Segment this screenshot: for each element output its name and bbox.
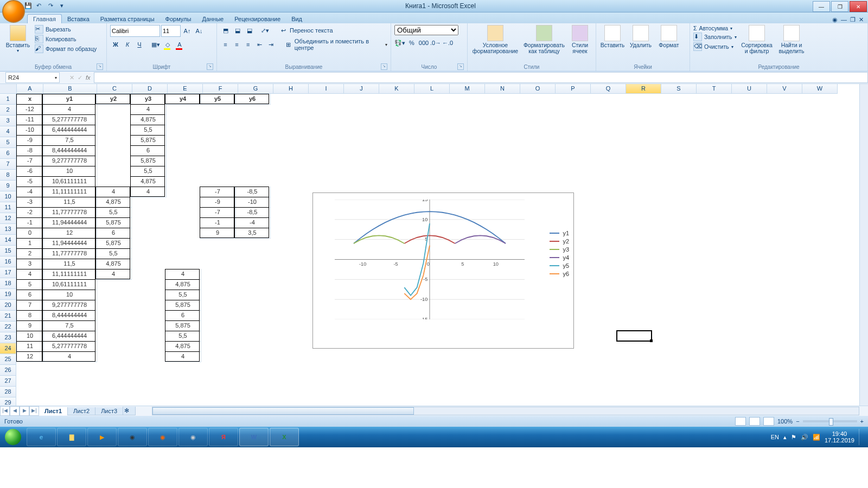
col-header-K[interactable]: K	[379, 84, 414, 94]
col-header-O[interactable]: O	[520, 84, 556, 94]
cell-B18[interactable]: 11,11111111	[42, 269, 97, 280]
cell-A13[interactable]: -1	[16, 217, 44, 228]
cell-D2[interactable]: 4	[130, 104, 167, 115]
first-sheet-button[interactable]: |◀	[0, 406, 10, 416]
cell-D6[interactable]: 6	[130, 145, 167, 156]
tab-insert[interactable]: Вставка	[62, 15, 95, 23]
col-header-T[interactable]: T	[697, 84, 732, 94]
cell-G10[interactable]: -8,5	[234, 187, 271, 197]
cell-A14[interactable]: 0	[16, 228, 44, 239]
cell-A5[interactable]: -9	[16, 135, 44, 146]
legend-item-y2[interactable]: y2	[550, 238, 569, 245]
row-header-19[interactable]: 19	[0, 289, 16, 300]
cell-B11[interactable]: 11,5	[42, 197, 97, 208]
worksheet-grid[interactable]: ABCDEFGHIJKLMNOPQRSTUVW 1234567891011121…	[0, 84, 868, 406]
cell-C11[interactable]: 4,875	[95, 197, 132, 208]
taskbar-mpc[interactable]: ◉	[178, 428, 208, 446]
borders-button[interactable]: ▦▾	[150, 39, 161, 50]
cell-D1[interactable]: y3	[130, 94, 167, 105]
row-header-24[interactable]: 24	[0, 343, 16, 354]
sheet-tab-2[interactable]: Лист2	[67, 407, 95, 415]
tab-formulas[interactable]: Формулы	[160, 15, 197, 23]
cell-A9[interactable]: -5	[16, 176, 44, 187]
cell-G12[interactable]: -8,5	[234, 207, 271, 218]
row-header-18[interactable]: 18	[0, 278, 16, 289]
orientation-icon[interactable]: ⤢▾	[259, 25, 270, 36]
cell-D7[interactable]: 5,875	[130, 156, 167, 166]
row-header-20[interactable]: 20	[0, 300, 16, 311]
office-button[interactable]	[2, 0, 25, 23]
row-header-25[interactable]: 25	[0, 354, 16, 365]
cell-A20[interactable]: 6	[16, 290, 44, 300]
row-header-3[interactable]: 3	[0, 115, 16, 126]
cell-A24[interactable]: 10	[16, 331, 44, 342]
cut-button[interactable]: ✂Вырезать	[35, 25, 97, 34]
horizontal-scrollbar[interactable]	[152, 407, 859, 415]
cell-A21[interactable]: 7	[16, 300, 44, 311]
undo-icon[interactable]: ↶	[36, 2, 44, 10]
row-header-11[interactable]: 11	[0, 202, 16, 213]
embedded-chart[interactable]: -15-10-5051015-15-10-551015 y1y2y3y4y5y6	[312, 192, 574, 349]
page-break-view-button[interactable]	[763, 417, 774, 426]
decrease-indent-icon[interactable]: ⇤	[254, 39, 265, 50]
legend-item-y6[interactable]: y6	[550, 271, 569, 277]
cell-F1[interactable]: y5	[200, 94, 236, 105]
cell-A18[interactable]: 4	[16, 269, 44, 280]
save-icon[interactable]: 💾	[24, 2, 33, 10]
comma-icon[interactable]: 000	[418, 37, 429, 48]
cell-G13[interactable]: -4	[234, 217, 271, 228]
cell-B8[interactable]: 10	[42, 166, 97, 177]
cell-C10[interactable]: 4	[95, 187, 132, 197]
fx-icon[interactable]: fx	[86, 74, 91, 81]
col-header-W[interactable]: W	[802, 84, 838, 94]
cell-A19[interactable]: 5	[16, 279, 44, 290]
cell-C15[interactable]: 5,875	[95, 238, 132, 249]
font-name-input[interactable]	[110, 25, 160, 37]
col-header-D[interactable]: D	[132, 84, 168, 94]
cancel-formula-icon[interactable]: ✕	[69, 74, 74, 81]
align-bottom-icon[interactable]: ⬓	[244, 25, 255, 36]
fill-color-button[interactable]: ◇	[162, 39, 173, 50]
col-header-M[interactable]: M	[450, 84, 485, 94]
tab-page-layout[interactable]: Разметка страницы	[95, 15, 160, 23]
row-header-4[interactable]: 4	[0, 126, 16, 137]
row-header-13[interactable]: 13	[0, 224, 16, 235]
cell-E26[interactable]: 4	[165, 351, 201, 362]
legend-item-y4[interactable]: y4	[550, 254, 569, 261]
network-icon[interactable]: 📶	[813, 434, 820, 441]
align-left-icon[interactable]: ≡	[220, 39, 231, 50]
row-header-5[interactable]: 5	[0, 137, 16, 148]
align-top-icon[interactable]: ⬒	[220, 25, 231, 36]
redo-icon[interactable]: ↷	[48, 2, 56, 10]
clipboard-launcher[interactable]: ↘	[97, 63, 103, 70]
increase-indent-icon[interactable]: ⇥	[266, 39, 276, 50]
col-header-J[interactable]: J	[344, 84, 379, 94]
cell-E20[interactable]: 5,5	[165, 290, 201, 300]
cell-D5[interactable]: 5,875	[130, 135, 167, 146]
cell-B13[interactable]: 11,94444444	[42, 217, 97, 228]
col-header-R[interactable]: R	[626, 84, 661, 94]
cell-D8[interactable]: 5,5	[130, 166, 167, 177]
row-header-7[interactable]: 7	[0, 159, 16, 170]
cell-A7[interactable]: -7	[16, 156, 44, 166]
cell-B26[interactable]: 4	[42, 351, 97, 362]
cell-C16[interactable]: 5,5	[95, 248, 132, 259]
cell-B1[interactable]: y1	[42, 94, 97, 105]
row-header-14[interactable]: 14	[0, 235, 16, 246]
legend-item-y5[interactable]: y5	[550, 262, 569, 269]
cell-A2[interactable]: -12	[16, 104, 44, 115]
cell-D3[interactable]: 4,875	[130, 114, 167, 125]
cell-B22[interactable]: 8,444444444	[42, 310, 97, 321]
cell-A25[interactable]: 11	[16, 341, 44, 352]
format-as-table-button[interactable]: Форматировать как таблицу	[522, 25, 566, 54]
col-header-P[interactable]: P	[556, 84, 591, 94]
font-size-input[interactable]	[161, 25, 181, 37]
cell-styles-button[interactable]: Стили ячеек	[569, 25, 591, 54]
cell-A23[interactable]: 9	[16, 320, 44, 331]
cell-E21[interactable]: 5,875	[165, 300, 201, 311]
start-button[interactable]	[0, 427, 26, 447]
clock[interactable]: 19:4017.12.2019	[825, 431, 854, 444]
col-header-L[interactable]: L	[414, 84, 450, 94]
row-header-29[interactable]: 29	[0, 397, 16, 406]
cell-A4[interactable]: -10	[16, 125, 44, 136]
